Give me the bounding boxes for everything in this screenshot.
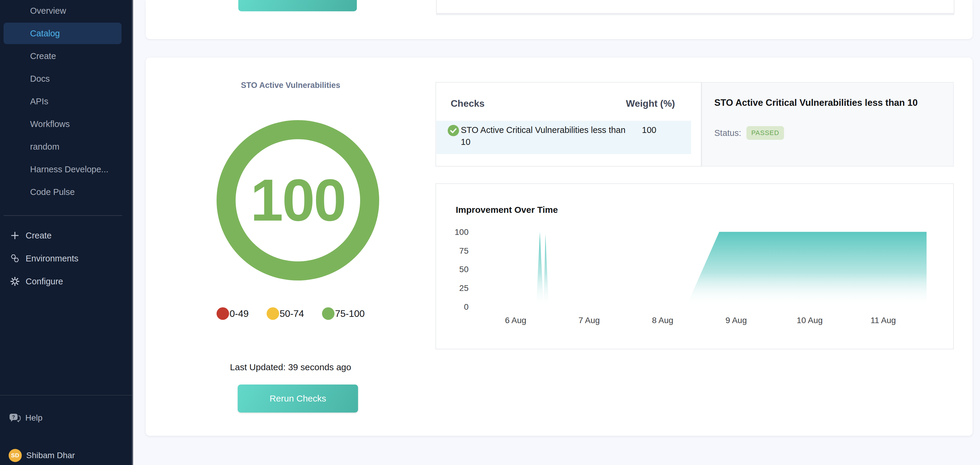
check-name: STO Active Critical Vulnerabilities less… xyxy=(461,124,636,148)
scorecard-title: STO Active Vulnerabilities xyxy=(146,81,436,90)
y-tick-label: 0 xyxy=(464,302,469,312)
y-tick-label: 50 xyxy=(459,265,469,274)
x-tick-label: 6 Aug xyxy=(505,316,527,325)
legend-label: 50-74 xyxy=(280,308,304,319)
sidebar-action-environments[interactable]: Environments xyxy=(0,249,132,267)
checks-panel: Checks Weight (%) STO Active Critical Vu… xyxy=(436,82,702,167)
x-tick-label: 10 Aug xyxy=(797,316,823,325)
sidebar-action-list: CreateEnvironmentsConfigure xyxy=(0,227,132,290)
sidebar-item-create[interactable]: Create xyxy=(3,45,121,67)
x-tick-label: 8 Aug xyxy=(652,316,673,325)
improvement-area-chart: 02550751006 Aug7 Aug8 Aug9 Aug10 Aug11 A… xyxy=(436,184,953,349)
sidebar-item-help[interactable]: ? Help xyxy=(0,409,132,427)
sidebar-user[interactable]: SD Shibam Dhar xyxy=(0,449,132,462)
legend-dot xyxy=(267,307,279,320)
user-name: Shibam Dhar xyxy=(26,451,75,460)
sidebar-item-workflows[interactable]: Workflows xyxy=(3,113,121,135)
check-table-row[interactable]: STO Active Critical Vulnerabilities less… xyxy=(436,121,691,154)
previous-rerun-button-partial[interactable] xyxy=(238,0,357,11)
hexagons-icon xyxy=(10,253,20,264)
sidebar-item-apis[interactable]: APIs xyxy=(3,91,121,112)
score-legend: 0-4950-7475-100 xyxy=(146,307,436,320)
area-series xyxy=(536,232,927,307)
sidebar-item-overview[interactable]: Overview xyxy=(3,0,121,21)
check-detail-panel: STO Active Critical Vulnerabilities less… xyxy=(702,82,954,167)
legend-label: 75-100 xyxy=(335,308,365,319)
x-tick-label: 9 Aug xyxy=(725,316,747,325)
check-detail-title: STO Active Critical Vulnerabilities less… xyxy=(714,97,947,108)
sidebar-item-code-pulse[interactable]: Code Pulse xyxy=(3,181,121,203)
sidebar-footer-divider xyxy=(0,395,133,396)
scorecard-card: STO Active Vulnerabilities 100 0-4950-74… xyxy=(146,58,972,436)
sidebar-item-random[interactable]: random xyxy=(3,136,121,157)
last-updated-text: Last Updated: 39 seconds ago xyxy=(146,362,436,372)
score-gauge: 100 xyxy=(216,120,379,281)
legend-item: 75-100 xyxy=(322,307,365,320)
plus-icon xyxy=(10,230,20,241)
sidebar-right-edge xyxy=(132,0,133,465)
legend-item: 0-49 xyxy=(216,307,249,320)
gear-icon xyxy=(10,276,20,286)
previous-scorecard-card xyxy=(146,0,972,39)
sidebar-item-harness-develope-[interactable]: Harness Develope... xyxy=(3,158,121,180)
sidebar-action-create[interactable]: Create xyxy=(0,227,132,244)
legend-item: 50-74 xyxy=(267,307,304,320)
y-tick-label: 25 xyxy=(459,283,469,293)
avatar: SD xyxy=(9,449,22,462)
action-label: Environments xyxy=(25,254,78,264)
sidebar-action-configure[interactable]: Configure xyxy=(0,272,132,290)
sidebar-item-catalog[interactable]: Catalog xyxy=(3,22,121,44)
weight-column-header: Weight (%) xyxy=(626,98,675,109)
gauge-column: STO Active Vulnerabilities 100 0-4950-74… xyxy=(146,58,436,436)
sidebar-divider xyxy=(3,215,122,216)
previous-panel-partial xyxy=(436,0,955,14)
checks-column-header: Checks xyxy=(451,98,485,109)
action-label: Configure xyxy=(25,276,63,286)
help-chat-icon: ? xyxy=(9,413,21,423)
legend-label: 0-49 xyxy=(230,308,249,319)
svg-text:?: ? xyxy=(12,415,15,420)
check-passed-icon xyxy=(447,125,459,136)
legend-dot xyxy=(216,307,229,320)
app-root: OverviewCatalogCreateDocsAPIsWorkflowsra… xyxy=(0,0,980,465)
x-tick-label: 7 Aug xyxy=(579,316,600,325)
check-weight: 100 xyxy=(642,124,656,136)
status-row: Status: PASSED xyxy=(714,126,784,140)
sidebar-nav-list: OverviewCatalogCreateDocsAPIsWorkflowsra… xyxy=(3,0,121,203)
status-label: Status: xyxy=(714,128,741,138)
improvement-chart-panel: Improvement Over Time 02550751006 Aug7 A… xyxy=(436,183,954,349)
sidebar-item-docs[interactable]: Docs xyxy=(3,68,121,89)
y-tick-label: 100 xyxy=(455,227,469,236)
rerun-checks-button[interactable]: Rerun Checks xyxy=(238,385,358,412)
action-label: Create xyxy=(25,231,51,241)
help-label: Help xyxy=(25,413,43,423)
y-tick-label: 75 xyxy=(459,246,469,256)
score-value: 100 xyxy=(250,171,345,230)
status-badge: PASSED xyxy=(746,126,784,140)
x-tick-label: 11 Aug xyxy=(870,316,896,325)
legend-dot xyxy=(322,307,334,320)
sidebar: OverviewCatalogCreateDocsAPIsWorkflowsra… xyxy=(0,0,132,465)
